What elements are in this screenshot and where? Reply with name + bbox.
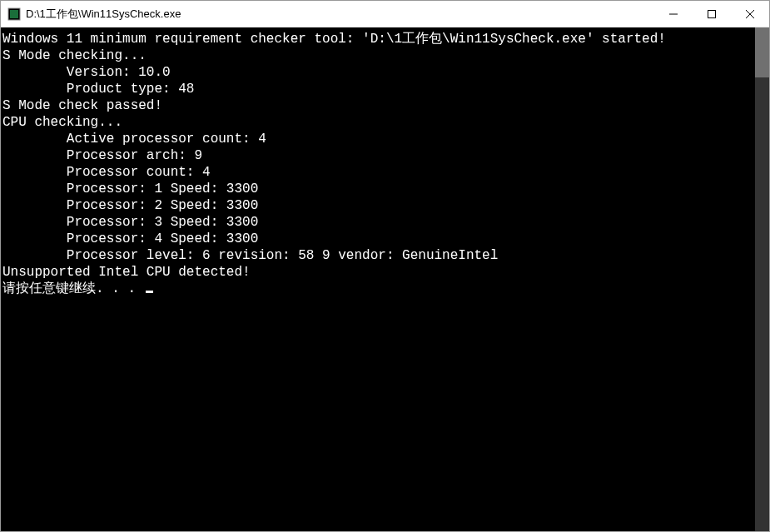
minimize-button[interactable]: [654, 1, 693, 27]
close-icon: [746, 10, 754, 18]
app-icon: [7, 7, 21, 21]
window-title: D:\1工作包\Win11SysCheck.exe: [26, 7, 654, 22]
titlebar[interactable]: D:\1工作包\Win11SysCheck.exe: [1, 1, 769, 27]
maximize-icon: [708, 10, 716, 18]
console-text: Windows 11 minimum requirement checker t…: [2, 32, 666, 280]
scrollbar[interactable]: [755, 27, 769, 531]
scrollbar-thumb[interactable]: [755, 27, 769, 77]
app-window: D:\1工作包\Win11SysCheck.exe Windows 11 min…: [0, 0, 770, 532]
console-prompt: 请按任意键继续. . .: [2, 281, 144, 296]
cursor: [146, 291, 153, 293]
svg-rect-3: [708, 11, 716, 18]
console-area: Windows 11 minimum requirement checker t…: [1, 27, 769, 531]
minimize-icon: [669, 10, 678, 18]
window-controls: [654, 1, 769, 27]
svg-rect-1: [10, 10, 18, 18]
maximize-button[interactable]: [693, 1, 731, 27]
console-output[interactable]: Windows 11 minimum requirement checker t…: [1, 27, 755, 531]
close-button[interactable]: [731, 1, 769, 27]
